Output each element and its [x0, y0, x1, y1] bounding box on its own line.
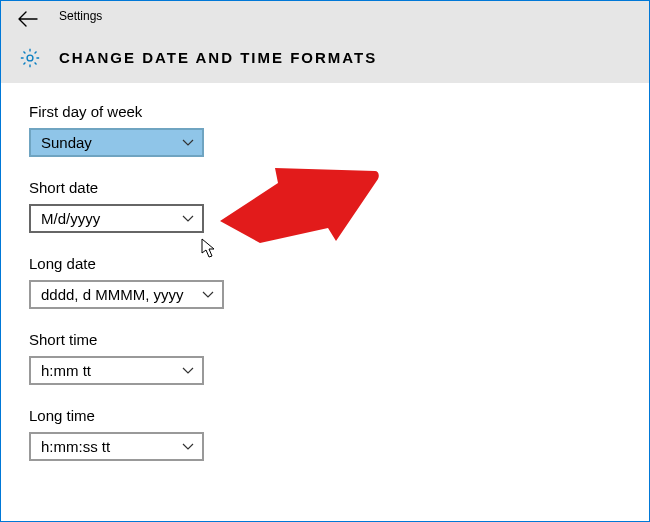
settings-window: Settings CHANGE DATE AND TIME FORMATS Fi… — [0, 0, 650, 522]
short-date-dropdown[interactable]: M/d/yyyy — [29, 204, 204, 233]
dropdown-value: h:mm tt — [41, 362, 174, 379]
chevron-down-icon — [182, 215, 194, 223]
first-day-of-week-dropdown[interactable]: Sunday — [29, 128, 204, 157]
short-date-group: Short date M/d/yyyy — [29, 179, 649, 233]
dropdown-value: M/d/yyyy — [41, 210, 174, 227]
chevron-down-icon — [182, 443, 194, 451]
svg-point-0 — [27, 55, 33, 61]
chevron-down-icon — [182, 139, 194, 147]
chevron-down-icon — [202, 291, 214, 299]
long-time-label: Long time — [29, 407, 649, 424]
gear-icon — [19, 47, 41, 69]
short-time-label: Short time — [29, 331, 649, 348]
first-day-of-week-group: First day of week Sunday — [29, 103, 649, 157]
back-button[interactable] — [17, 10, 39, 28]
page-title: CHANGE DATE AND TIME FORMATS — [59, 49, 377, 66]
window-title: Settings — [59, 9, 102, 23]
content: First day of week Sunday Short date M/d/… — [1, 83, 649, 461]
long-date-dropdown[interactable]: dddd, d MMMM, yyyy — [29, 280, 224, 309]
long-time-dropdown[interactable]: h:mm:ss tt — [29, 432, 204, 461]
long-time-group: Long time h:mm:ss tt — [29, 407, 649, 461]
first-day-of-week-label: First day of week — [29, 103, 649, 120]
short-date-label: Short date — [29, 179, 649, 196]
short-time-group: Short time h:mm tt — [29, 331, 649, 385]
long-date-label: Long date — [29, 255, 649, 272]
dropdown-value: Sunday — [41, 134, 174, 151]
long-date-group: Long date dddd, d MMMM, yyyy — [29, 255, 649, 309]
chevron-down-icon — [182, 367, 194, 375]
header: Settings CHANGE DATE AND TIME FORMATS — [1, 1, 649, 83]
dropdown-value: dddd, d MMMM, yyyy — [41, 286, 194, 303]
short-time-dropdown[interactable]: h:mm tt — [29, 356, 204, 385]
dropdown-value: h:mm:ss tt — [41, 438, 174, 455]
